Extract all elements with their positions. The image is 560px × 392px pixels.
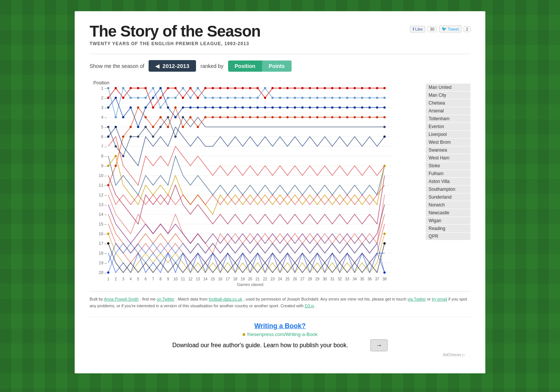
legend-chelsea[interactable]: Chelsea <box>426 99 470 107</box>
season-selector-button[interactable]: ◀ 2012-2013 <box>149 60 196 72</box>
svg-point-144 <box>301 97 304 99</box>
svg-text:11 –: 11 – <box>99 183 107 187</box>
legend-swansea[interactable]: Swansea <box>426 146 470 154</box>
svg-point-253 <box>383 242 386 245</box>
svg-point-113 <box>354 87 356 89</box>
legend-southampton[interactable]: Southampton <box>426 186 470 193</box>
svg-point-123 <box>144 97 147 99</box>
svg-point-91 <box>189 87 192 89</box>
svg-text:6 –: 6 – <box>101 134 107 139</box>
svg-point-116 <box>376 87 378 89</box>
legend-tottenham[interactable]: Tottenham <box>426 115 470 122</box>
points-toggle-button[interactable]: Points <box>262 60 292 72</box>
svg-point-208 <box>212 116 214 118</box>
svg-text:37: 37 <box>375 277 379 281</box>
svg-point-115 <box>368 87 371 89</box>
svg-text:Games played: Games played <box>237 282 264 286</box>
svg-point-107 <box>309 87 311 89</box>
svg-point-183 <box>309 106 311 109</box>
man-city-line[interactable] <box>108 88 385 117</box>
svg-point-137 <box>249 97 251 99</box>
svg-text:38: 38 <box>382 277 387 281</box>
svg-text:19 –: 19 – <box>99 261 107 265</box>
svg-point-182 <box>301 106 304 109</box>
svg-point-108 <box>316 87 318 89</box>
svg-point-86 <box>152 106 154 109</box>
legend-everton[interactable]: Everton <box>426 123 470 130</box>
svg-point-112 <box>346 87 348 89</box>
svg-point-109 <box>324 87 326 89</box>
svg-point-164 <box>167 106 169 109</box>
svg-point-142 <box>286 97 289 99</box>
position-toggle-button[interactable]: Position <box>228 60 262 72</box>
legend-reading[interactable]: Reading <box>426 225 470 232</box>
svg-point-178 <box>271 106 274 109</box>
data-source-link[interactable]: football-data.co.uk <box>209 297 242 301</box>
svg-point-236 <box>137 136 139 138</box>
svg-point-106 <box>301 87 304 89</box>
svg-point-217 <box>279 116 281 118</box>
season-arrow-icon: ◀ <box>155 63 159 69</box>
page-subtitle: TWENTY YEARS OF THE ENGLISH PREMIER LEAG… <box>90 41 261 46</box>
twitter-tweet-button[interactable]: 🐦 Tweet <box>439 25 461 32</box>
ad-button[interactable]: → <box>370 339 388 351</box>
legend-arsenal[interactable]: Arsenal <box>426 107 470 115</box>
legend-sunderland[interactable]: Sunderland <box>426 193 470 201</box>
legend-wigan[interactable]: Wigan <box>426 217 470 224</box>
svg-text:22: 22 <box>263 277 267 281</box>
svg-text:36: 36 <box>367 277 372 281</box>
svg-point-171 <box>219 106 221 109</box>
svg-point-117 <box>383 87 386 89</box>
legend-liverpool[interactable]: Liverpool <box>426 131 470 138</box>
svg-point-195 <box>115 165 117 167</box>
facebook-like-button[interactable]: f Like <box>410 26 425 32</box>
svg-text:19: 19 <box>240 277 245 281</box>
svg-point-246 <box>383 136 386 138</box>
ad-title[interactable]: Writing a Book? <box>95 322 465 330</box>
svg-point-130 <box>197 87 199 89</box>
svg-point-175 <box>249 106 251 109</box>
svg-text:1 –: 1 – <box>101 86 107 90</box>
svg-point-255 <box>383 271 386 274</box>
swansea-dots <box>107 155 386 167</box>
svg-text:10 –: 10 – <box>99 173 107 178</box>
svg-point-240 <box>167 116 169 118</box>
legend-qpr[interactable]: QPR <box>426 233 470 240</box>
legend-fulham[interactable]: Fulham <box>426 170 470 177</box>
svg-text:12: 12 <box>188 277 193 281</box>
legend-norwich[interactable]: Norwich <box>426 201 470 209</box>
legend-man-city[interactable]: Man City <box>426 91 470 99</box>
legend-stoke[interactable]: Stoke <box>426 162 470 169</box>
svg-point-138 <box>256 97 259 99</box>
legend-aston-villa[interactable]: Aston Villa <box>426 178 470 185</box>
svg-point-186 <box>331 106 333 109</box>
svg-point-225 <box>339 116 341 118</box>
svg-point-81 <box>115 87 117 89</box>
svg-point-126 <box>167 97 169 99</box>
svg-point-251 <box>383 233 386 235</box>
svg-point-216 <box>271 116 274 118</box>
email-link[interactable]: by email <box>432 297 447 301</box>
grid-lines-horizontal <box>108 88 392 273</box>
legend-west-brom[interactable]: West Brom <box>426 139 470 146</box>
legend-newcastle[interactable]: Newcastle <box>426 209 470 217</box>
twitter-link2[interactable]: via Twitter <box>408 297 426 301</box>
liverpool-line[interactable] <box>108 137 385 185</box>
svg-point-83 <box>130 87 132 89</box>
svg-point-250 <box>107 233 109 235</box>
svg-point-141 <box>279 97 281 99</box>
footer-or: or <box>427 297 432 301</box>
svg-point-133 <box>219 97 221 99</box>
twitter-link[interactable]: on Twitter <box>157 297 175 301</box>
footer-built-by: Built by <box>90 297 104 301</box>
svg-point-248 <box>115 155 117 157</box>
d3-link[interactable]: D3.js <box>305 304 314 308</box>
svg-text:35: 35 <box>360 277 364 281</box>
legend-west-ham[interactable]: West Ham <box>426 154 470 162</box>
svg-point-147 <box>324 97 326 99</box>
author-link[interactable]: Anna Powell-Smith <box>104 297 139 301</box>
legend-man-united[interactable]: Man United <box>426 84 470 91</box>
svg-point-249 <box>383 165 386 167</box>
svg-point-162 <box>152 97 154 99</box>
svg-text:24: 24 <box>278 277 282 281</box>
